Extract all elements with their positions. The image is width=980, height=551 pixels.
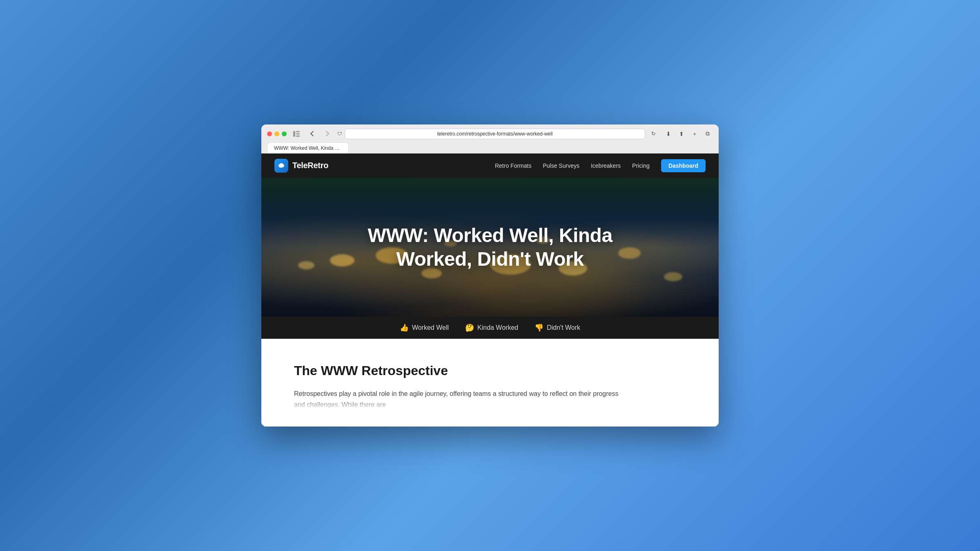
nav-pricing[interactable]: Pricing xyxy=(632,162,650,169)
download-button[interactable]: ⬇ xyxy=(663,129,674,138)
back-button[interactable] xyxy=(306,129,318,138)
nav-links: Retro Formats Pulse Surveys Icebreakers … xyxy=(495,159,706,172)
tab-strip: 👍 Worked Well 🤔 Kinda Worked 👎 Didn't Wo… xyxy=(261,317,719,339)
tab-kinda-worked[interactable]: 🤔 Kinda Worked xyxy=(465,323,518,332)
main-content: The WWW Retrospective Retrospectives pla… xyxy=(261,339,719,427)
navbar: TeleRetro Retro Formats Pulse Surveys Ic… xyxy=(261,153,719,178)
windows-button[interactable]: ⧉ xyxy=(702,129,713,138)
svg-rect-2 xyxy=(296,133,300,134)
browser-window: 🛡 ↻ ⬇ ⬆ + ⧉ WWW: Worked Well, Kinda Work… xyxy=(261,124,719,427)
logo[interactable]: TeleRetro xyxy=(274,159,328,173)
security-icon: 🛡 xyxy=(337,131,342,137)
traffic-lights xyxy=(267,131,287,136)
address-bar-container: 🛡 ↻ xyxy=(337,129,659,139)
tab-didnt-work[interactable]: 👎 Didn't Work xyxy=(535,323,580,332)
section-title: The WWW Retrospective xyxy=(294,363,686,378)
browser-actions: ⬇ ⬆ + ⧉ xyxy=(663,129,713,138)
logo-icon xyxy=(274,159,288,173)
nav-pulse-surveys[interactable]: Pulse Surveys xyxy=(543,162,579,169)
svg-rect-3 xyxy=(296,136,300,137)
browser-tab-bar: WWW: Worked Well, Kinda Worked, Didn't W… xyxy=(267,142,713,153)
nav-retro-formats[interactable]: Retro Formats xyxy=(495,162,531,169)
section-text-container: Retrospectives play a pivotal role in th… xyxy=(294,388,686,410)
forward-button[interactable] xyxy=(322,129,333,138)
minimize-button[interactable] xyxy=(274,131,279,136)
share-button[interactable]: ⬆ xyxy=(676,129,687,138)
thumbs-up-icon: 👍 xyxy=(400,323,409,332)
dashboard-button[interactable]: Dashboard xyxy=(661,159,706,172)
browser-chrome: 🛡 ↻ ⬇ ⬆ + ⧉ WWW: Worked Well, Kinda Work… xyxy=(261,124,719,153)
maximize-button[interactable] xyxy=(282,131,287,136)
tab-worked-well-label: Worked Well xyxy=(412,324,449,331)
thumbs-down-icon: 👎 xyxy=(535,323,543,332)
logo-text: TeleRetro xyxy=(292,161,328,170)
new-tab-button[interactable]: + xyxy=(689,129,700,138)
sidebar-toggle-button[interactable] xyxy=(291,129,302,138)
tab-kinda-worked-label: Kinda Worked xyxy=(477,324,518,331)
address-bar[interactable] xyxy=(345,129,645,139)
hero-content: WWW: Worked Well, Kinda Worked, Didn't W… xyxy=(351,224,628,271)
hero-title: WWW: Worked Well, Kinda Worked, Didn't W… xyxy=(368,224,612,271)
tab-didnt-work-label: Didn't Work xyxy=(547,324,580,331)
svg-rect-1 xyxy=(296,131,300,132)
thinking-icon: 🤔 xyxy=(465,323,474,332)
refresh-button[interactable]: ↻ xyxy=(648,129,659,138)
website-content: TeleRetro Retro Formats Pulse Surveys Ic… xyxy=(261,153,719,427)
svg-rect-0 xyxy=(293,131,295,137)
active-tab[interactable]: WWW: Worked Well, Kinda Worked, Didn't W… xyxy=(267,142,349,153)
svg-point-4 xyxy=(278,164,284,168)
hero-section: WWW: Worked Well, Kinda Worked, Didn't W… xyxy=(261,178,719,317)
section-text: Retrospectives play a pivotal role in th… xyxy=(294,388,621,410)
tab-worked-well[interactable]: 👍 Worked Well xyxy=(400,323,449,332)
nav-icebreakers[interactable]: Icebreakers xyxy=(591,162,621,169)
close-button[interactable] xyxy=(267,131,272,136)
